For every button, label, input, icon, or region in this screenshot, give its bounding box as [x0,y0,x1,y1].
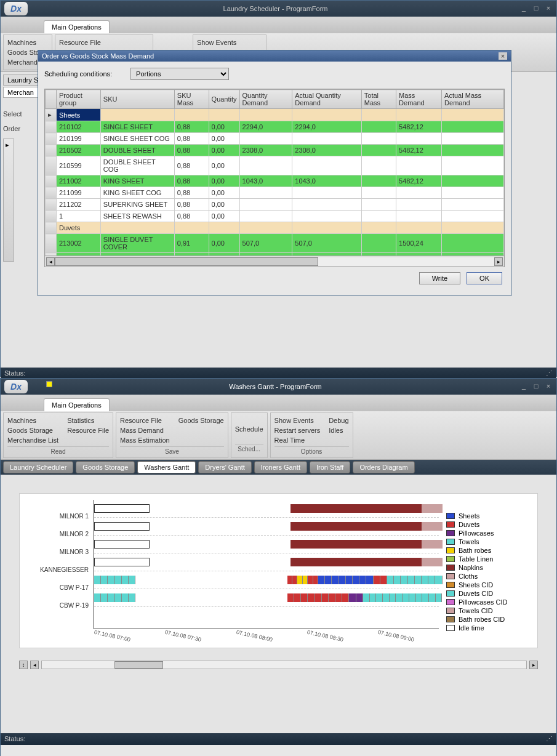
s-mass-demand[interactable]: Mass Demand [120,425,170,435]
subtab-iron-staff[interactable]: Iron Staff [310,461,350,473]
cell[interactable] [396,156,442,175]
cell[interactable]: 5482,12 [396,145,442,156]
cell[interactable]: 0,00 [209,211,239,222]
gantt-bar[interactable] [422,522,443,531]
cell[interactable]: 0,00 [209,199,239,211]
cell[interactable]: Sheets [57,109,101,121]
gantt-bar[interactable] [94,522,150,531]
cell[interactable] [442,222,504,234]
cell[interactable]: 0,00 [209,133,239,145]
cell[interactable] [442,109,504,121]
cell[interactable] [361,211,396,222]
gantt-bar[interactable] [297,576,308,584]
close-icon-2[interactable]: × [544,382,553,391]
r-statistics[interactable]: Statistics [67,416,109,425]
row-header[interactable] [46,175,57,187]
cell[interactable]: 2308,0 [239,145,292,156]
scheduling-conditions-select[interactable]: Portions [130,68,229,80]
cell[interactable]: Duvets [57,222,101,234]
subtab-dryers-gantt[interactable]: Dryers' Gantt [198,461,251,473]
cell[interactable] [239,156,292,175]
gantt-bar[interactable] [287,576,298,584]
ribbon-resource-file[interactable]: Resource File [59,38,149,47]
cell[interactable] [174,109,209,121]
cell[interactable]: SHEETS REWASH [100,211,174,222]
cell[interactable]: 0,88 [174,121,209,133]
gantt-bar[interactable] [94,576,135,584]
ok-button[interactable]: OK [467,272,502,284]
cell[interactable] [239,222,292,234]
subtab-washers-gantt[interactable]: Washers Gantt [137,461,196,473]
cell[interactable] [292,133,362,145]
gantt-bar[interactable] [291,558,422,566]
cell[interactable]: 0,00 [209,121,239,133]
cell[interactable] [396,133,442,145]
cell[interactable]: 0,88 [174,211,209,222]
row-header[interactable] [46,187,57,199]
row-header[interactable]: ▸ [46,109,57,121]
cell[interactable]: 5482,12 [396,121,442,133]
cell[interactable]: 0,88 [174,199,209,211]
cell[interactable] [361,222,396,234]
tab-laundry-sched[interactable]: Laundry S [3,74,42,86]
tab-main-operations-2[interactable]: Main Operations [44,398,110,411]
cell[interactable]: 0,88 [174,145,209,156]
resize-grip-icon[interactable]: ⋰ [546,369,553,377]
cell[interactable]: 507,0 [292,234,362,253]
cell[interactable] [361,156,396,175]
o-idles[interactable]: Idles [329,425,348,435]
cell[interactable]: SINGLE DUVET COVER [100,234,174,253]
cell[interactable] [361,133,396,145]
cell[interactable]: 0,88 [174,133,209,145]
cell[interactable] [292,199,362,211]
cell[interactable]: DOUBLE SHEET COG [100,156,174,175]
row-header[interactable] [46,199,57,211]
cell[interactable] [396,199,442,211]
cell[interactable]: 210102 [57,121,101,133]
row-header[interactable] [46,145,57,156]
cell[interactable]: KING SHEET COG [100,187,174,199]
scroll-left-icon[interactable]: ◂ [46,257,55,266]
cell[interactable] [442,156,504,175]
cell[interactable]: SINGLE SHEET COG [100,133,174,145]
resize-grip-icon-2[interactable]: ⋰ [546,735,553,743]
cell[interactable] [442,121,504,133]
cell[interactable]: 0,00 [209,234,239,253]
r-resource-file[interactable]: Resource File [67,425,109,435]
gantt-bar[interactable] [94,540,150,549]
cell[interactable] [442,199,504,211]
cell[interactable] [239,133,292,145]
cell[interactable] [361,187,396,199]
cell[interactable]: 1043,0 [292,175,362,187]
maximize-icon-2[interactable]: □ [532,382,540,391]
gantt-bar[interactable] [94,504,150,513]
row-header[interactable] [46,234,57,253]
cell[interactable]: 210199 [57,133,101,145]
col-3[interactable]: Quantity [209,90,239,109]
cell[interactable] [239,199,292,211]
cell[interactable]: 2294,0 [292,121,362,133]
cell[interactable]: 0,88 [174,187,209,199]
write-button[interactable]: Write [419,272,460,284]
cell[interactable] [396,211,442,222]
col-8[interactable]: Actual Mass Demand [442,90,504,109]
cell[interactable] [174,222,209,234]
r-goods-storage[interactable]: Goods Storage [7,425,58,435]
cell[interactable]: 2294,0 [239,121,292,133]
cell[interactable]: DOUBLE SHEET [100,145,174,156]
col-5[interactable]: Actual Quantity Demand [292,90,362,109]
cell[interactable]: 1043,0 [239,175,292,187]
subtab-ironers-gantt[interactable]: Ironers Gantt [254,461,307,473]
gantt-scroll-right-icon[interactable]: ▸ [529,661,538,669]
gantt-bar[interactable] [422,558,443,566]
gantt-bar[interactable] [374,576,387,584]
cell[interactable]: 2308,0 [292,145,362,156]
cell[interactable] [361,145,396,156]
gantt-bar[interactable] [363,593,443,602]
minimize-icon-2[interactable]: _ [519,382,528,391]
cell[interactable]: 1500,24 [396,234,442,253]
gantt-bar[interactable] [349,593,363,602]
cell[interactable] [442,187,504,199]
gantt-bar[interactable] [94,593,135,602]
minimize-icon[interactable]: _ [519,4,528,13]
